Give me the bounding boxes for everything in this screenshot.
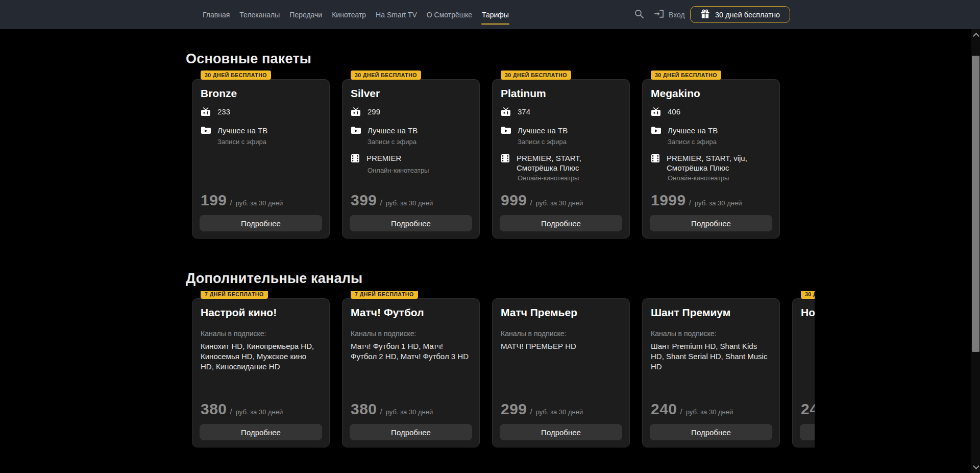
channels-count: 406 [668,107,680,116]
details-button[interactable]: Подробнее [350,424,472,440]
top-navigation-bar: Главная Телеканалы Передачи Кинотеатр На… [0,0,980,29]
search-icon [633,8,645,21]
scrollbar-up-arrow-icon[interactable] [973,33,979,39]
price-period: руб. за 30 дней [236,199,283,207]
channels-label: Каналы в подписке: [501,329,621,338]
feature-title: Лучшее на ТВ [217,126,267,135]
price-divider: / [230,407,232,416]
price-value: 999 [501,192,527,209]
price-value: 240 [651,400,677,418]
price-divider: / [380,198,382,207]
channel-pack-title: Ночной [801,306,815,319]
channels-list: Матч! Футбол 1 HD, Матч! Футбол 2 HD, Ма… [351,341,471,362]
price-value: 380 [201,400,227,418]
channel-card-match-futbol: 7 ДНЕЙ БЕСПЛАТНО Матч! Футбол Каналы в п… [342,298,480,447]
trial-badge: 7 ДНЕЙ БЕСПЛАТНО [351,291,418,299]
channel-pack-title: Настрой кино! [201,306,321,319]
price-divider: / [689,198,691,207]
price-divider: / [230,198,232,207]
film-icon [351,153,360,165]
free-trial-label: 30 дней бесплатно [715,11,780,19]
folder-play-icon [201,126,211,136]
price-period: руб. за 30 дней [536,199,583,207]
price-value: 380 [351,400,377,418]
details-button[interactable]: Подробнее [350,215,472,231]
price-row: 240 / руб. за 30 дней [651,400,733,418]
channel-card-match-premier: Матч Премьер Каналы в подписке: МАТЧ! ПР… [492,298,630,447]
trial-badge: 30 ДНЕЙ БЕСПЛАТНО [651,70,721,80]
section-title-extra-channels: Дополнительные каналы [186,271,362,287]
scrollbar-down-arrow-icon[interactable] [973,463,979,469]
login-label: Вход [669,11,685,19]
folder-play-icon [651,126,661,136]
price-divider: / [380,407,382,416]
nav-item-glavnaya[interactable]: Главная [202,9,230,21]
nav-item-tarify-active[interactable]: Тарифы [481,9,509,21]
trial-badge: 7 ДНЕЙ БЕСПЛАТНО [201,291,268,299]
details-button[interactable]: Подробнее [800,424,815,440]
price-row: 999 / руб. за 30 дней [501,192,583,209]
price-period: руб. за 30 дней [536,408,583,416]
channel-pack-title: Матч Премьер [501,306,621,319]
folder-play-icon [351,126,361,136]
trial-badge: 30 ДНЕЙ БЕСПЛАТНО [201,70,271,80]
tariff-card-bronze: 30 ДНЕЙ БЕСПЛАТНО Bronze 233 Лучшее на Т… [192,79,330,239]
price-row: 380 / руб. за 30 дней [351,400,433,418]
section-title-primary-packages: Основные пакеты [186,51,311,67]
vertical-scrollbar[interactable] [971,29,980,473]
details-button[interactable]: Подробнее [200,424,322,440]
price-row: 1999 / руб. за 30 дней [651,192,742,209]
nav-item-o-smotreshke[interactable]: О Смотрёшке [426,9,473,21]
price-value: 399 [351,192,377,209]
feature-title: Лучшее на ТВ [368,126,418,135]
tariff-title: Bronze [201,87,321,100]
channels-label: Каналы в подписке: [201,329,321,338]
feature-subtitle: Записи с эфира [217,138,321,146]
nav-item-peredachi[interactable]: Передачи [289,9,323,21]
trial-badge: 30 ДНЕЙ БЕСПЛАТНО [801,291,815,299]
tv-icon [201,107,211,119]
feature-title: PREMIER, START, viju, Смотрёшка Плюс [667,153,771,173]
extra-channels-carousel: 7 ДНЕЙ БЕСПЛАТНО Настрой кино! Каналы в … [192,291,815,451]
price-divider: / [530,407,532,416]
channels-list: МАТЧ! ПРЕМЬЕР HD [501,341,621,351]
tv-icon [351,107,361,119]
nav-item-kinoteatr[interactable]: Кинотеатр [331,9,366,21]
details-button[interactable]: Подробнее [200,215,322,231]
feature-subtitle: Записи с эфира [518,138,621,146]
channels-count: 233 [217,107,230,116]
price-period: руб. за 30 дней [686,408,733,416]
search-button[interactable] [632,8,646,22]
channels-label: Каналы в подписке: [351,329,471,338]
details-button[interactable]: Подробнее [500,424,622,440]
trial-badge: 30 ДНЕЙ БЕСПЛАТНО [351,70,421,80]
details-button[interactable]: Подробнее [500,215,622,231]
film-icon [501,153,510,165]
nav-item-telekanaly[interactable]: Телеканалы [239,9,280,21]
price-row: 399 / руб. за 30 дней [351,192,433,209]
details-button[interactable]: Подробнее [650,215,772,231]
price-period: руб. за 30 дней [695,199,742,207]
feature-subtitle: Онлайн-кинотеатры [518,174,621,182]
free-trial-button[interactable]: 30 дней бесплатно [690,6,790,23]
nav-item-smart-tv[interactable]: На Smart TV [375,9,418,21]
folder-play-icon [501,126,511,136]
channels-list: Кинохит HD, Кинопремьера HD, Киносемья H… [201,341,321,372]
tv-icon [651,107,661,119]
details-button[interactable]: Подробнее [650,424,772,440]
scrollbar-thumb[interactable] [972,56,979,352]
tariff-title: Silver [351,87,471,100]
tariff-title: Platinum [501,87,621,100]
feature-title: PREMIER [366,153,401,163]
feature-subtitle: Онлайн-кинотеатры [368,167,471,175]
feature-subtitle: Записи с эфира [368,138,471,146]
price-divider: / [680,407,682,416]
trial-badge: 30 ДНЕЙ БЕСПЛАТНО [501,70,571,80]
price-period: руб. за 30 дней [236,408,283,416]
price-value: 1999 [651,192,686,209]
feature-subtitle: Онлайн-кинотеатры [668,174,771,182]
login-button[interactable]: Вход [654,0,685,29]
channels-list: Шант Premium HD, Shant Kids HD, Shant Se… [651,341,771,372]
price-row: 199 / руб. за 30 дней [201,192,283,209]
price-value: 299 [501,400,527,418]
